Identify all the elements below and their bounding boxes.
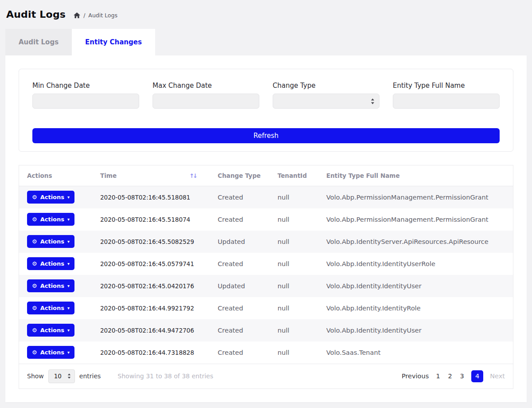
row-actions-button[interactable]: ⚙Actions▾	[27, 191, 74, 204]
row-actions-button[interactable]: ⚙Actions▾	[27, 257, 74, 270]
cell-tenant-id: null	[270, 275, 318, 297]
tab-bar: Audit Logs Entity Changes	[5, 29, 527, 55]
tab-entity-changes[interactable]: Entity Changes	[72, 29, 155, 55]
min-change-date-input[interactable]	[32, 94, 139, 109]
table-header-row: Actions Time ↑↓ Change Type TenantId Ent…	[19, 165, 513, 186]
col-actions: Actions	[19, 165, 92, 186]
actions-button-label: Actions	[40, 282, 64, 289]
col-change-type: Change Type	[210, 165, 270, 186]
row-actions-button[interactable]: ⚙Actions▾	[27, 235, 74, 248]
cell-entity-type: Volo.Abp.Identity.IdentityUser	[318, 319, 513, 341]
breadcrumb-current: Audit Logs	[88, 12, 117, 19]
caret-down-icon: ▾	[67, 350, 70, 355]
caret-down-icon: ▾	[67, 284, 70, 288]
change-type-select[interactable]	[273, 94, 379, 109]
show-label: Show	[27, 373, 44, 380]
gear-icon: ⚙	[32, 349, 37, 355]
gear-icon: ⚙	[32, 216, 37, 222]
caret-down-icon: ▾	[67, 217, 70, 222]
cell-tenant-id: null	[270, 186, 318, 208]
table-row: ⚙Actions▾ 2020-05-08T02:16:44.9472706 Cr…	[19, 319, 513, 341]
cell-tenant-id: null	[270, 253, 318, 275]
cell-change-type: Created	[210, 319, 270, 341]
gear-icon: ⚙	[32, 283, 37, 289]
max-change-date-input[interactable]	[153, 94, 259, 109]
cell-tenant-id: null	[270, 341, 318, 364]
caret-down-icon: ▾	[67, 195, 70, 200]
row-actions-button[interactable]: ⚙Actions▾	[27, 213, 74, 226]
caret-down-icon: ▾	[67, 239, 70, 244]
gear-icon: ⚙	[32, 239, 37, 244]
pagination-previous[interactable]: Previous	[402, 373, 429, 380]
breadcrumb-separator: /	[83, 12, 85, 19]
pagination-page-4[interactable]: 4	[471, 370, 483, 382]
entity-changes-table: Actions Time ↑↓ Change Type TenantId Ent…	[19, 165, 513, 389]
filter-panel: Min Change Date Max Change Date Change T…	[19, 69, 513, 152]
actions-button-label: Actions	[40, 238, 64, 245]
pagination-page-2[interactable]: 2	[447, 373, 453, 380]
cell-time: 2020-05-08T02:16:45.518081	[92, 186, 210, 208]
cell-time: 2020-05-08T02:16:44.9472706	[92, 319, 210, 341]
cell-entity-type: Volo.Abp.IdentityServer.ApiResources.Api…	[318, 231, 513, 253]
actions-button-label: Actions	[40, 349, 64, 356]
caret-down-icon: ▾	[67, 306, 70, 310]
refresh-button[interactable]: Refresh	[32, 128, 500, 143]
row-actions-button[interactable]: ⚙Actions▾	[27, 346, 74, 359]
home-icon[interactable]	[74, 12, 80, 19]
pagination-next[interactable]: Next	[490, 373, 505, 380]
page-size-value: 10	[54, 373, 62, 380]
gear-icon: ⚙	[32, 327, 37, 333]
page-title: Audit Logs	[6, 9, 66, 20]
pagination-page-3[interactable]: 3	[459, 373, 465, 380]
cell-change-type: Created	[210, 341, 270, 364]
row-actions-button[interactable]: ⚙Actions▾	[27, 302, 74, 314]
actions-button-label: Actions	[40, 305, 64, 311]
pagination-page-1[interactable]: 1	[435, 373, 441, 380]
col-time-label: Time	[100, 172, 117, 179]
filter-grid: Min Change Date Max Change Date Change T…	[32, 82, 500, 109]
tab-audit-logs[interactable]: Audit Logs	[5, 29, 72, 55]
table-row: ⚙Actions▾ 2020-05-08T02:16:45.0579741 Cr…	[19, 253, 513, 275]
cell-tenant-id: null	[270, 208, 318, 231]
field-max-change-date: Max Change Date	[153, 82, 259, 109]
cell-entity-type: Volo.Abp.Identity.IdentityUser	[318, 275, 513, 297]
table-footer: Show 10 entries Showing 31 to 38 of 38 e…	[19, 364, 513, 388]
cell-entity-type: Volo.Abp.Identity.IdentityRole	[318, 297, 513, 319]
change-type-label: Change Type	[273, 82, 379, 90]
field-change-type: Change Type	[273, 82, 379, 109]
cell-tenant-id: null	[270, 297, 318, 319]
page-size-select[interactable]: 10	[48, 369, 75, 383]
cell-change-type: Updated	[210, 275, 270, 297]
entries-status: Showing 31 to 38 of 38 entries	[117, 373, 213, 380]
col-entity-type: Entity Type Full Name	[318, 165, 513, 186]
cell-change-type: Created	[210, 208, 270, 231]
cell-entity-type: Volo.Abp.PermissionManagement.Permission…	[318, 186, 513, 208]
row-actions-button[interactable]: ⚙Actions▾	[27, 324, 74, 337]
actions-button-label: Actions	[40, 327, 64, 333]
page-size-group: Show 10 entries	[27, 369, 101, 383]
table-row: ⚙Actions▾ 2020-05-08T02:16:45.518081 Cre…	[19, 186, 513, 208]
cell-tenant-id: null	[270, 231, 318, 253]
entity-changes-panel: Min Change Date Max Change Date Change T…	[5, 55, 527, 402]
field-min-change-date: Min Change Date	[32, 82, 139, 109]
entity-type-full-name-label: Entity Type Full Name	[393, 82, 500, 90]
actions-button-label: Actions	[40, 216, 64, 223]
gear-icon: ⚙	[32, 194, 37, 200]
table-row: ⚙Actions▾ 2020-05-08T02:16:44.7318828 Cr…	[19, 341, 513, 364]
col-tenant-id: TenantId	[270, 165, 318, 186]
updown-arrows-icon	[371, 98, 375, 104]
breadcrumb: / Audit Logs	[74, 10, 117, 19]
cell-change-type: Updated	[210, 231, 270, 253]
actions-button-label: Actions	[40, 260, 64, 267]
cell-change-type: Created	[210, 297, 270, 319]
row-actions-button[interactable]: ⚙Actions▾	[27, 279, 74, 292]
field-entity-type-full-name: Entity Type Full Name	[393, 82, 500, 109]
cell-time: 2020-05-08T02:16:45.5082529	[92, 231, 210, 253]
sort-icon[interactable]: ↑↓	[189, 173, 202, 179]
cell-time: 2020-05-08T02:16:44.9921792	[92, 297, 210, 319]
cell-entity-type: Volo.Saas.Tenant	[318, 341, 513, 364]
max-change-date-label: Max Change Date	[153, 82, 259, 90]
cell-entity-type: Volo.Abp.Identity.IdentityUserRole	[318, 253, 513, 275]
entity-type-full-name-input[interactable]	[393, 94, 500, 109]
col-time: Time ↑↓	[92, 165, 210, 186]
